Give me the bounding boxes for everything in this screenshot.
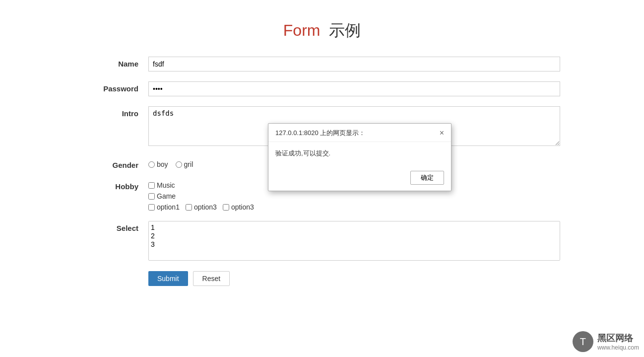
modal-header: 127.0.0.1:8020 上的网页显示： ×	[268, 124, 451, 142]
modal-title: 127.0.0.1:8020 上的网页显示：	[275, 129, 365, 138]
modal-confirm-button[interactable]: 确定	[410, 171, 444, 185]
modal-close-button[interactable]: ×	[440, 129, 444, 137]
page-wrapper: Form 示例 Name Password Intro dsfds Gen	[0, 0, 644, 357]
modal-footer: 确定	[268, 167, 451, 191]
modal-body: 验证成功,可以提交.	[268, 142, 451, 167]
modal-overlay: 127.0.0.1:8020 上的网页显示： × 验证成功,可以提交. 确定	[0, 0, 644, 357]
modal-message: 验证成功,可以提交.	[275, 149, 330, 157]
modal-dialog: 127.0.0.1:8020 上的网页显示： × 验证成功,可以提交. 确定	[268, 123, 451, 191]
